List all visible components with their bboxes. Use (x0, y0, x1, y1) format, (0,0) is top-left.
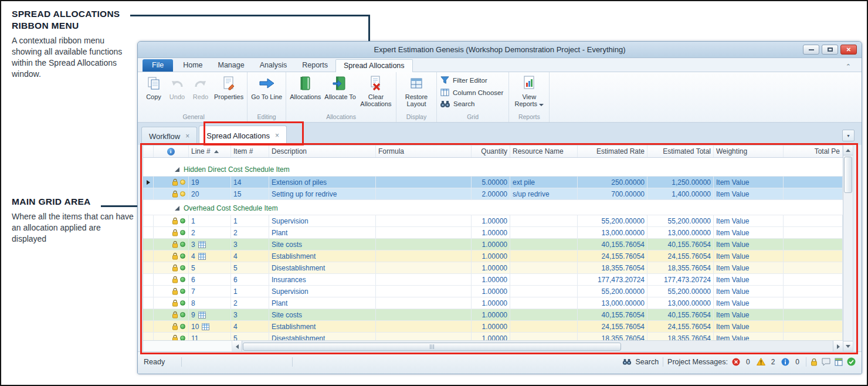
cell-line[interactable]: 9 (189, 309, 231, 320)
cell-line[interactable]: 4 (189, 250, 231, 262)
close-tab-icon[interactable]: × (275, 131, 279, 140)
cell-total_pe[interactable] (784, 286, 843, 297)
cell-rate[interactable]: 250.00000 (578, 177, 647, 188)
cell-formula[interactable] (376, 262, 472, 273)
cell-weighting[interactable]: Item Value (714, 274, 784, 285)
workbook-icon[interactable] (835, 358, 843, 366)
cell-total_pe[interactable] (784, 227, 843, 238)
go-to-line-button[interactable]: Go To Line (249, 73, 284, 113)
cell-desc[interactable]: Supervision (269, 215, 376, 226)
lock-icon[interactable] (811, 358, 818, 366)
cell-desc[interactable]: Insurances (269, 274, 376, 285)
filter-editor-button[interactable]: Filter Editor (439, 74, 507, 86)
cell-formula[interactable] (376, 188, 472, 199)
cell-qty[interactable]: 1.00000 (472, 227, 510, 238)
cell-weighting[interactable]: Item Value (714, 309, 784, 320)
cell-rate[interactable]: 24,155.76054 (578, 250, 647, 262)
cell-rate[interactable]: 18,355.76054 (578, 262, 647, 273)
grid-header-resource[interactable]: Resource Name (510, 145, 578, 157)
cell-resource[interactable] (510, 239, 578, 250)
cell-resource[interactable] (510, 274, 578, 285)
cell-desc[interactable]: Supervision (269, 286, 376, 297)
cell-line[interactable]: 19 (189, 177, 231, 188)
cell-total_pe[interactable] (784, 333, 843, 340)
cell-resource[interactable]: s/up redrive (510, 188, 578, 199)
cell-resource[interactable] (510, 333, 578, 340)
group-expand-icon[interactable] (175, 167, 179, 172)
cell-item[interactable]: 4 (231, 321, 269, 332)
restore-layout-button[interactable]: Restore Layout (398, 73, 435, 113)
comment-icon[interactable] (822, 358, 830, 366)
cell-rate[interactable]: 177,473.20724 (578, 274, 647, 285)
column-chooser-button[interactable]: Column Chooser (439, 86, 507, 99)
cell-item[interactable]: 5 (231, 333, 269, 340)
cell-resource[interactable] (510, 309, 578, 320)
cell-total_pe[interactable] (784, 262, 843, 273)
table-row[interactable]: 93Site costs1.0000040,155.7605440,155.76… (143, 309, 843, 321)
vscroll-thumb[interactable] (844, 157, 852, 193)
cell-weighting[interactable]: Item Value (714, 286, 784, 297)
cell-rate[interactable]: 55,200.00000 (578, 286, 647, 297)
ribbon-tab-analysis[interactable]: Analysis (252, 59, 295, 72)
cell-qty[interactable]: 1.00000 (472, 262, 510, 273)
cell-total_pe[interactable] (784, 274, 843, 285)
cell-desc[interactable]: Plant (269, 227, 376, 238)
copy-button[interactable]: Copy (142, 73, 165, 113)
hscroll-thumb[interactable] (243, 343, 621, 351)
cell-total[interactable]: 40,155.76054 (647, 239, 714, 250)
ribbon-tab-file[interactable]: File (143, 59, 173, 72)
cell-qty[interactable]: 1.00000 (472, 274, 510, 285)
cell-desc[interactable]: Disestablishment (269, 333, 376, 340)
ribbon-tab-spread-allocations[interactable]: Spread Allocations (335, 59, 413, 72)
properties-button[interactable]: Properties (212, 73, 245, 113)
table-row[interactable]: 82Plant1.0000013,000.0000013,000.00000It… (143, 297, 843, 309)
search-button[interactable]: Search (439, 99, 507, 109)
cell-weighting[interactable]: Item Value (714, 250, 784, 262)
scroll-up-arrow[interactable] (843, 145, 853, 155)
close-button[interactable]: ✕ (840, 45, 857, 55)
scroll-left-arrow[interactable] (232, 341, 242, 352)
grid-header-item[interactable]: Item # (231, 145, 269, 157)
close-tab-icon[interactable]: × (185, 132, 189, 140)
cell-desc[interactable]: Establishment (269, 250, 376, 262)
tab-workflow[interactable]: Workflow × (141, 127, 197, 145)
cell-formula[interactable] (376, 274, 472, 285)
scroll-right-arrow[interactable] (833, 341, 843, 352)
status-ok-icon[interactable] (847, 357, 856, 366)
cell-resource[interactable] (510, 286, 578, 297)
cell-line[interactable]: 2 (189, 227, 231, 238)
cell-rate[interactable]: 24,155.76054 (578, 321, 647, 332)
cell-qty[interactable]: 1.00000 (472, 333, 510, 340)
group-expand-icon[interactable] (175, 206, 179, 211)
tab-list-dropdown-button[interactable]: ▼ (842, 130, 855, 141)
minimize-button[interactable] (803, 45, 819, 55)
grid-header-weighting[interactable]: Weighting (714, 145, 784, 157)
cell-desc[interactable]: Disestablishment (269, 262, 376, 273)
cell-formula[interactable] (376, 239, 472, 250)
cell-qty[interactable]: 1.00000 (472, 250, 510, 262)
cell-item[interactable]: 2 (231, 227, 269, 238)
cell-total[interactable]: 55,200.00000 (647, 286, 714, 297)
cell-resource[interactable]: ext pile (510, 177, 578, 188)
search-icon[interactable] (622, 358, 632, 365)
cell-total[interactable]: 13,000.00000 (647, 297, 714, 309)
cell-item[interactable]: 15 (231, 188, 269, 199)
allocations-button[interactable]: Allocations (288, 73, 323, 113)
grid-header-formula[interactable]: Formula (376, 145, 472, 157)
cell-total_pe[interactable] (784, 321, 843, 332)
clear-allocations-button[interactable]: Clear Allocations (358, 73, 394, 113)
cell-formula[interactable] (376, 250, 472, 262)
group-row[interactable]: Overhead Cost Schedule Item (143, 200, 843, 215)
cell-total[interactable]: 1,250.00000 (647, 177, 714, 188)
view-reports-button[interactable]: View Reports (511, 73, 547, 113)
cell-rate[interactable]: 13,000.00000 (578, 297, 647, 309)
maximize-button[interactable] (822, 45, 838, 55)
horizontal-scrollbar[interactable] (143, 340, 843, 352)
cell-formula[interactable] (376, 286, 472, 297)
cell-desc[interactable]: Plant (269, 297, 376, 309)
cell-line[interactable]: 1 (189, 215, 231, 226)
cell-weighting[interactable]: Item Value (714, 321, 784, 332)
cell-weighting[interactable]: Item Value (714, 177, 784, 188)
cell-formula[interactable] (376, 309, 472, 320)
cell-weighting[interactable]: Item Value (714, 227, 784, 238)
